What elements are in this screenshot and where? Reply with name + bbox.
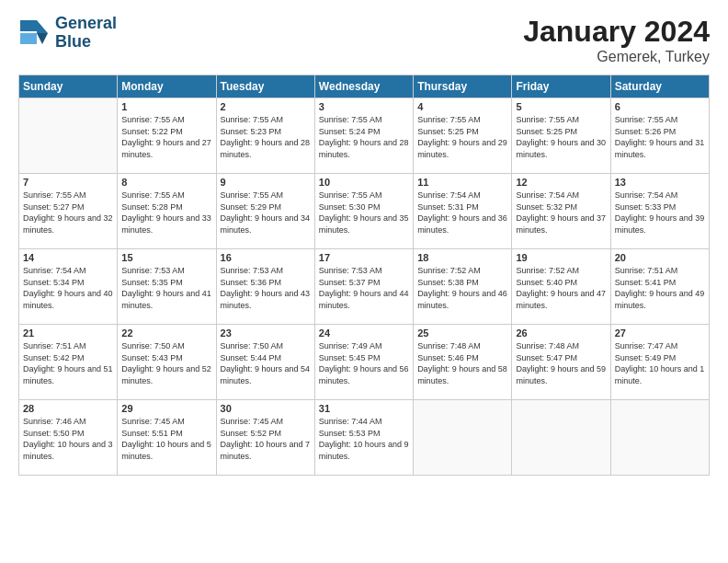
week-row-2: 14Sunrise: 7:54 AMSunset: 5:34 PMDayligh…: [19, 249, 710, 325]
day-cell: 24Sunrise: 7:49 AMSunset: 5:45 PMDayligh…: [314, 325, 413, 400]
day-cell: 20Sunrise: 7:51 AMSunset: 5:41 PMDayligh…: [610, 249, 709, 325]
day-info: Sunrise: 7:48 AMSunset: 5:46 PMDaylight:…: [417, 340, 507, 386]
day-info: Sunrise: 7:51 AMSunset: 5:42 PMDaylight:…: [23, 340, 113, 386]
day-number: 1: [121, 101, 211, 112]
day-number: 31: [319, 403, 409, 414]
day-info: Sunrise: 7:48 AMSunset: 5:47 PMDaylight:…: [516, 340, 606, 386]
day-number: 23: [221, 327, 311, 339]
day-number: 28: [23, 403, 113, 414]
day-number: 11: [417, 177, 507, 188]
day-cell: [19, 98, 118, 174]
day-cell: 9Sunrise: 7:55 AMSunset: 5:29 PMDaylight…: [216, 174, 314, 249]
day-info: Sunrise: 7:55 AMSunset: 5:25 PMDaylight:…: [417, 114, 507, 160]
day-cell: 6Sunrise: 7:55 AMSunset: 5:26 PMDaylight…: [610, 98, 709, 174]
day-info: Sunrise: 7:44 AMSunset: 5:53 PMDaylight:…: [319, 416, 409, 462]
day-info: Sunrise: 7:46 AMSunset: 5:50 PMDaylight:…: [23, 416, 113, 462]
day-cell: [610, 400, 709, 476]
day-info: Sunrise: 7:55 AMSunset: 5:22 PMDaylight:…: [121, 114, 211, 160]
day-cell: 29Sunrise: 7:45 AMSunset: 5:51 PMDayligh…: [118, 400, 216, 476]
svg-rect-3: [20, 20, 37, 31]
day-cell: 31Sunrise: 7:44 AMSunset: 5:53 PMDayligh…: [314, 400, 413, 476]
day-info: Sunrise: 7:50 AMSunset: 5:43 PMDaylight:…: [121, 340, 211, 386]
day-cell: 5Sunrise: 7:55 AMSunset: 5:25 PMDaylight…: [512, 98, 610, 174]
day-number: 13: [615, 177, 705, 188]
logo-line2: Blue: [55, 33, 117, 52]
day-info: Sunrise: 7:55 AMSunset: 5:23 PMDaylight:…: [221, 114, 311, 160]
day-info: Sunrise: 7:51 AMSunset: 5:41 PMDaylight:…: [615, 265, 705, 311]
col-header-sunday: Sunday: [19, 75, 118, 98]
day-cell: 10Sunrise: 7:55 AMSunset: 5:30 PMDayligh…: [314, 174, 413, 249]
day-number: 19: [516, 252, 606, 263]
day-number: 17: [319, 252, 409, 263]
col-header-thursday: Thursday: [414, 75, 512, 98]
day-number: 7: [23, 177, 113, 188]
day-info: Sunrise: 7:55 AMSunset: 5:25 PMDaylight:…: [516, 114, 606, 160]
day-cell: 8Sunrise: 7:55 AMSunset: 5:28 PMDaylight…: [118, 174, 216, 249]
day-number: 20: [615, 252, 705, 263]
day-cell: 13Sunrise: 7:54 AMSunset: 5:33 PMDayligh…: [610, 174, 709, 249]
logo-text: General Blue: [55, 15, 117, 52]
day-cell: 2Sunrise: 7:55 AMSunset: 5:23 PMDaylight…: [216, 98, 314, 174]
col-header-friday: Friday: [512, 75, 610, 98]
day-info: Sunrise: 7:45 AMSunset: 5:51 PMDaylight:…: [121, 416, 211, 462]
calendar-table: SundayMondayTuesdayWednesdayThursdayFrid…: [18, 75, 710, 476]
col-header-tuesday: Tuesday: [216, 75, 314, 98]
day-cell: 17Sunrise: 7:53 AMSunset: 5:37 PMDayligh…: [314, 249, 413, 325]
day-info: Sunrise: 7:54 AMSunset: 5:31 PMDaylight:…: [417, 190, 507, 236]
day-cell: 30Sunrise: 7:45 AMSunset: 5:52 PMDayligh…: [216, 400, 314, 476]
day-info: Sunrise: 7:54 AMSunset: 5:32 PMDaylight:…: [516, 190, 606, 236]
day-cell: 27Sunrise: 7:47 AMSunset: 5:49 PMDayligh…: [610, 325, 709, 400]
day-cell: 3Sunrise: 7:55 AMSunset: 5:24 PMDaylight…: [314, 98, 413, 174]
day-number: 14: [23, 252, 113, 263]
page: General Blue January 2024 Gemerek, Turke…: [0, 0, 728, 563]
day-cell: 21Sunrise: 7:51 AMSunset: 5:42 PMDayligh…: [19, 325, 118, 400]
logo-icon: [18, 17, 51, 50]
day-cell: 12Sunrise: 7:54 AMSunset: 5:32 PMDayligh…: [512, 174, 610, 249]
day-cell: 28Sunrise: 7:46 AMSunset: 5:50 PMDayligh…: [19, 400, 118, 476]
day-cell: 22Sunrise: 7:50 AMSunset: 5:43 PMDayligh…: [118, 325, 216, 400]
day-number: 16: [221, 252, 311, 263]
day-info: Sunrise: 7:52 AMSunset: 5:40 PMDaylight:…: [516, 265, 606, 311]
day-number: 3: [319, 101, 409, 112]
day-cell: [512, 400, 610, 476]
day-info: Sunrise: 7:55 AMSunset: 5:28 PMDaylight:…: [121, 190, 211, 236]
day-info: Sunrise: 7:45 AMSunset: 5:52 PMDaylight:…: [221, 416, 311, 462]
header: General Blue January 2024 Gemerek, Turke…: [18, 15, 710, 65]
calendar-header-row: SundayMondayTuesdayWednesdayThursdayFrid…: [19, 75, 710, 98]
logo-line1: General: [55, 15, 117, 33]
day-number: 27: [615, 327, 705, 339]
day-info: Sunrise: 7:53 AMSunset: 5:35 PMDaylight:…: [121, 265, 211, 311]
month-title: January 2024: [523, 15, 710, 49]
day-info: Sunrise: 7:55 AMSunset: 5:30 PMDaylight:…: [319, 190, 409, 236]
day-number: 4: [417, 101, 507, 112]
day-info: Sunrise: 7:47 AMSunset: 5:49 PMDaylight:…: [615, 340, 705, 386]
logo: General Blue: [18, 15, 117, 52]
day-cell: 23Sunrise: 7:50 AMSunset: 5:44 PMDayligh…: [216, 325, 314, 400]
title-area: January 2024 Gemerek, Turkey: [523, 15, 710, 65]
day-cell: 18Sunrise: 7:52 AMSunset: 5:38 PMDayligh…: [414, 249, 512, 325]
week-row-1: 7Sunrise: 7:55 AMSunset: 5:27 PMDaylight…: [19, 174, 710, 249]
day-cell: 4Sunrise: 7:55 AMSunset: 5:25 PMDaylight…: [414, 98, 512, 174]
col-header-monday: Monday: [118, 75, 216, 98]
day-number: 29: [121, 403, 211, 414]
day-number: 21: [23, 327, 113, 339]
day-number: 15: [121, 252, 211, 263]
day-cell: 26Sunrise: 7:48 AMSunset: 5:47 PMDayligh…: [512, 325, 610, 400]
day-info: Sunrise: 7:54 AMSunset: 5:34 PMDaylight:…: [23, 265, 113, 311]
day-info: Sunrise: 7:55 AMSunset: 5:29 PMDaylight:…: [221, 190, 311, 236]
day-number: 25: [417, 327, 507, 339]
day-number: 22: [121, 327, 211, 339]
week-row-0: 1Sunrise: 7:55 AMSunset: 5:22 PMDaylight…: [19, 98, 710, 174]
day-info: Sunrise: 7:55 AMSunset: 5:27 PMDaylight:…: [23, 190, 113, 236]
col-header-saturday: Saturday: [610, 75, 709, 98]
day-info: Sunrise: 7:55 AMSunset: 5:24 PMDaylight:…: [319, 114, 409, 160]
day-number: 12: [516, 177, 606, 188]
day-cell: [414, 400, 512, 476]
location: Gemerek, Turkey: [523, 49, 710, 65]
day-cell: 11Sunrise: 7:54 AMSunset: 5:31 PMDayligh…: [414, 174, 512, 249]
day-info: Sunrise: 7:50 AMSunset: 5:44 PMDaylight:…: [221, 340, 311, 386]
week-row-4: 28Sunrise: 7:46 AMSunset: 5:50 PMDayligh…: [19, 400, 710, 476]
svg-rect-4: [20, 33, 37, 44]
day-number: 8: [121, 177, 211, 188]
day-number: 26: [516, 327, 606, 339]
